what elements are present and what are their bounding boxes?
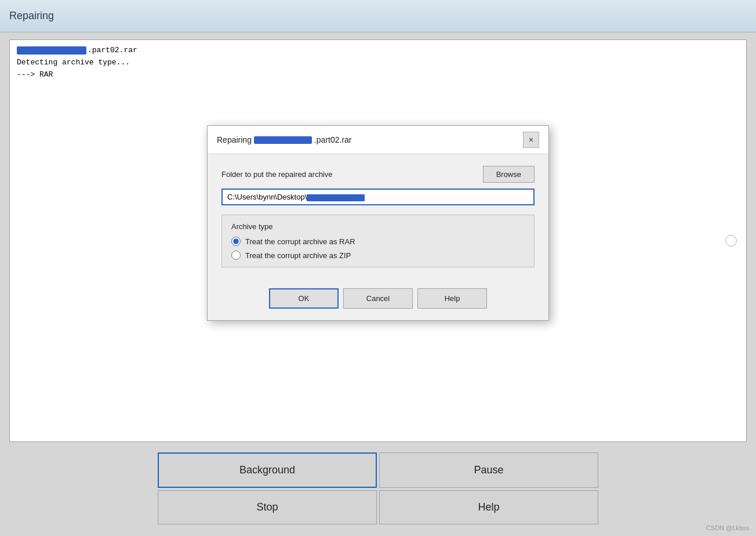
radio-rar-label: Treat the corrupt archive as RAR bbox=[245, 237, 355, 246]
stop-button[interactable]: Stop bbox=[158, 490, 377, 524]
log-line-1: .part02.rar bbox=[17, 45, 739, 57]
redacted-filename bbox=[17, 46, 86, 55]
log-line-2: Detecting archive type... bbox=[17, 57, 739, 69]
archive-type-label: Archive type bbox=[231, 222, 525, 231]
folder-input-container[interactable]: C:\Users\bynn\Desktop\ bbox=[221, 189, 535, 205]
ok-button[interactable]: OK bbox=[269, 288, 339, 309]
cancel-button[interactable]: Cancel bbox=[343, 288, 413, 309]
dialog-title-suffix: .part02.rar bbox=[314, 135, 352, 144]
radio-zip-option[interactable]: Treat the corrupt archive as ZIP bbox=[231, 251, 525, 260]
title-bar: Repairing bbox=[0, 0, 756, 32]
folder-row: Folder to put the repaired archive Brows… bbox=[221, 166, 535, 183]
scroll-indicator bbox=[725, 235, 737, 247]
archive-type-section: Archive type Treat the corrupt archive a… bbox=[221, 215, 535, 267]
radio-zip-input[interactable] bbox=[231, 251, 241, 260]
dialog-title: Repairing .part02.rar bbox=[217, 135, 352, 144]
dialog-title-redacted bbox=[254, 136, 312, 144]
background-button[interactable]: Background bbox=[158, 452, 377, 488]
pause-button[interactable]: Pause bbox=[379, 452, 598, 488]
dialog-title-prefix: Repairing bbox=[217, 135, 252, 144]
dialog-buttons: OK Cancel Help bbox=[208, 288, 548, 320]
watermark: CSDN @Lkites bbox=[706, 524, 749, 531]
log-line-3: ---> RAR bbox=[17, 69, 739, 81]
log-line-1-suffix: .part02.rar bbox=[88, 46, 137, 55]
radio-rar-option[interactable]: Treat the corrupt archive as RAR bbox=[231, 237, 525, 246]
radio-rar-input[interactable] bbox=[231, 237, 241, 246]
dialog-title-bar: Repairing .part02.rar × bbox=[208, 126, 548, 154]
repair-dialog: Repairing .part02.rar × Folder to put th… bbox=[207, 125, 549, 321]
dialog-body: Folder to put the repaired archive Brows… bbox=[208, 154, 548, 288]
browse-button[interactable]: Browse bbox=[483, 166, 535, 183]
folder-label: Folder to put the repaired archive bbox=[221, 170, 333, 179]
help-button-bottom[interactable]: Help bbox=[379, 490, 598, 524]
dialog-close-button[interactable]: × bbox=[523, 132, 539, 148]
radio-zip-label: Treat the corrupt archive as ZIP bbox=[245, 251, 351, 260]
folder-path-redacted bbox=[307, 194, 365, 201]
help-button-dialog[interactable]: Help bbox=[417, 288, 487, 309]
window-title: Repairing bbox=[9, 10, 54, 22]
folder-path-prefix: C:\Users\bynn\Desktop\ bbox=[227, 193, 307, 201]
bottom-buttons-area: Background Pause Stop Help bbox=[158, 448, 598, 529]
